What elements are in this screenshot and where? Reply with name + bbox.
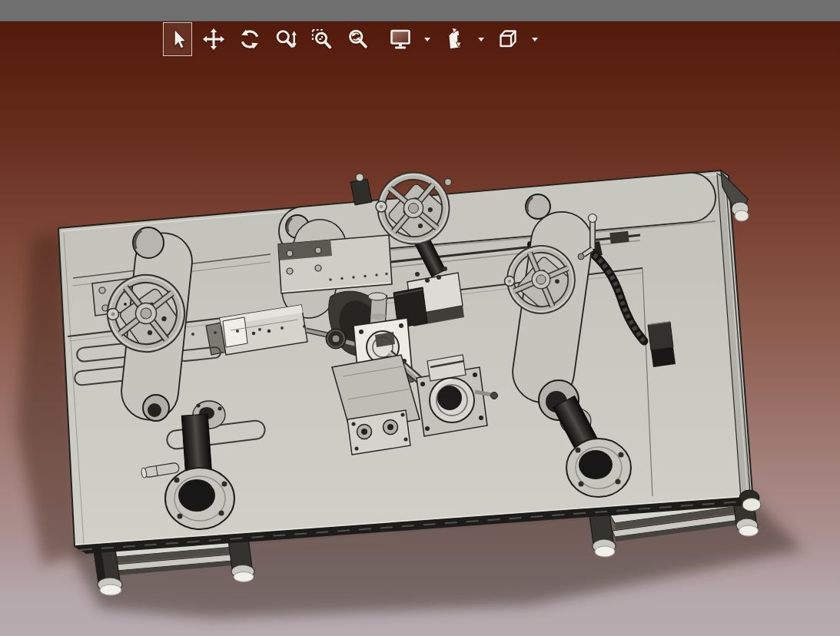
select-arrow-icon (166, 27, 189, 51)
view-toolbar (163, 21, 540, 58)
view-orientation-tool-button[interactable] (493, 22, 523, 56)
window-top-strip (0, 0, 840, 22)
zoom-to-area-icon (310, 28, 334, 51)
rotate-tool-button[interactable] (235, 22, 264, 56)
cad-model-3d-view[interactable] (0, 0, 840, 636)
standard-views-tool-button[interactable] (440, 22, 469, 56)
standard-views-icon (442, 27, 466, 51)
application-window (0, 0, 840, 636)
rotate-view-icon (238, 28, 261, 51)
pan-tool-button[interactable] (199, 22, 228, 56)
view-orientation-dropdown-caret[interactable] (530, 28, 540, 51)
full-screen-display-icon (388, 27, 413, 51)
select-tool-button[interactable] (163, 22, 192, 56)
view-orientation-cube-icon (496, 27, 520, 51)
standard-views-dropdown-caret[interactable] (476, 28, 486, 51)
full-screen-tool-button[interactable] (386, 22, 415, 56)
full-screen-dropdown-caret[interactable] (422, 28, 433, 51)
zoom-area-tool-button[interactable] (307, 22, 337, 56)
zoom-to-fit-icon (347, 28, 370, 51)
zoom-icon (274, 28, 297, 51)
zoom-tool-button[interactable] (271, 22, 300, 56)
zoom-fit-tool-button[interactable] (344, 22, 373, 56)
linear-slide-unit[interactable] (278, 235, 392, 293)
pan-icon (202, 28, 225, 51)
